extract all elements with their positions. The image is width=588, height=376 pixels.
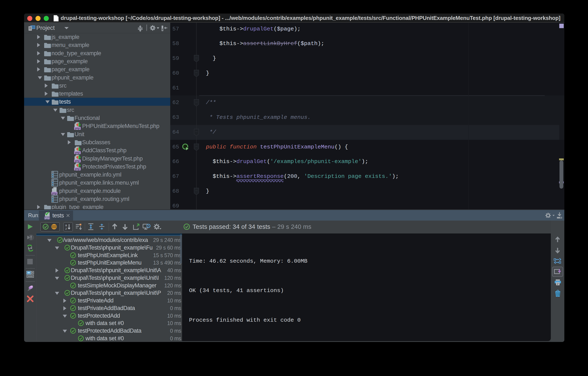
- svg-text:php: php: [75, 167, 80, 170]
- svg-text:php: php: [75, 159, 80, 162]
- svg-text:a: a: [65, 223, 67, 227]
- svg-text:z: z: [65, 227, 67, 230]
- svg-text:php: php: [75, 127, 80, 130]
- svg-text:php: php: [45, 217, 49, 220]
- svg-text:php: php: [75, 151, 80, 154]
- svg-text:php: php: [52, 192, 57, 195]
